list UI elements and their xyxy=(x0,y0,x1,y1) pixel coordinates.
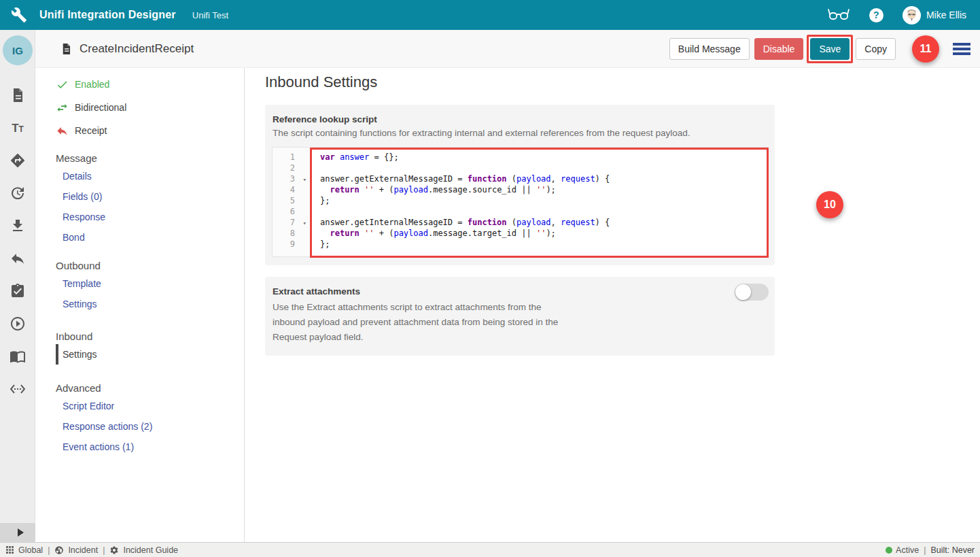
status-enabled: Enabled xyxy=(56,76,244,92)
nav-item-details[interactable]: Details xyxy=(56,166,244,186)
build-message-button[interactable]: Build Message xyxy=(669,38,750,60)
task-check-icon[interactable] xyxy=(0,275,35,307)
play-circle-icon[interactable] xyxy=(0,307,35,340)
nav-section-inbound: Inbound Settings xyxy=(56,328,244,365)
nav-section-message: Message Details Fields (0) Response Bond xyxy=(56,150,244,248)
help-icon[interactable]: ? xyxy=(869,8,883,22)
expand-arrow-icon xyxy=(18,528,24,537)
reference-panel-description: The script containing functions for extr… xyxy=(265,124,775,138)
nav-header-inbound: Inbound xyxy=(56,328,244,344)
save-annotation-box: Save xyxy=(807,35,853,63)
extract-panel-title: Extract attachments xyxy=(265,277,775,297)
nav-header-advanced: Advanced xyxy=(56,379,244,396)
code-editor-content[interactable]: var answer = {}; answer.getExternalMessa… xyxy=(311,148,767,256)
status-bidirectional: Bidirectional xyxy=(56,99,244,116)
extract-attachments-panel: Extract attachments Use the Extract atta… xyxy=(265,277,775,356)
user-name[interactable]: Mike Ellis xyxy=(926,10,966,20)
nav-section-outbound: Outbound Template Settings xyxy=(56,257,244,314)
directions-icon[interactable] xyxy=(0,144,35,177)
text-fields-icon[interactable]: TT xyxy=(0,112,35,144)
menu-icon[interactable] xyxy=(953,41,970,57)
app-title: Unifi Integration Designer xyxy=(39,9,176,21)
annotation-step-11: 11 xyxy=(912,35,939,63)
annotation-step-10: 10 xyxy=(816,191,843,218)
icon-rail: IG TT xyxy=(0,30,35,542)
copy-button[interactable]: Copy xyxy=(856,38,896,60)
nav-item-response-actions[interactable]: Response actions (2) xyxy=(56,416,244,437)
status-receipt: Receipt xyxy=(56,122,244,139)
user-avatar[interactable] xyxy=(903,6,921,24)
page-title: Inbound Settings xyxy=(265,73,377,91)
integration-avatar[interactable]: IG xyxy=(3,35,33,65)
extract-attachments-toggle[interactable] xyxy=(735,284,769,301)
code-icon[interactable] xyxy=(0,373,35,405)
check-icon xyxy=(56,78,69,91)
document-icon[interactable] xyxy=(0,79,35,112)
nav-item-response[interactable]: Response xyxy=(56,207,244,227)
reply-icon[interactable] xyxy=(0,242,35,275)
statusbar-global[interactable]: Global xyxy=(5,545,43,555)
status-bar: Global | Incident | Incident Guide Activ… xyxy=(0,542,980,557)
active-status-dot xyxy=(886,547,892,554)
main-content: Inbound Settings Reference lookup script… xyxy=(245,68,980,542)
extract-panel-description: Use the Extract attachments script to ex… xyxy=(265,297,775,345)
nav-section-advanced: Advanced Script Editor Response actions … xyxy=(56,379,244,457)
document-toolbar: CreateIncidentReceipt Build Message Disa… xyxy=(35,30,980,68)
nav-header-outbound: Outbound xyxy=(56,257,244,273)
code-editor-gutter: 123▾4567▾89 xyxy=(273,148,311,256)
built-status: Built: Never xyxy=(930,545,975,555)
nav-panel: Enabled Bidirectional Receipt Message De… xyxy=(35,68,245,542)
reference-lookup-panel: Reference lookup script The script conta… xyxy=(265,105,775,265)
nav-item-inbound-settings[interactable]: Settings xyxy=(56,344,244,365)
nav-item-outbound-settings[interactable]: Settings xyxy=(56,294,244,314)
reference-panel-title: Reference lookup script xyxy=(265,105,775,124)
code-editor[interactable]: 123▾4567▾89 var answer = {}; answer.getE… xyxy=(272,147,768,257)
statusbar-incident[interactable]: Incident xyxy=(54,545,98,555)
nav-item-template[interactable]: Template xyxy=(56,273,244,294)
workspace-name: Unifi Test xyxy=(192,10,228,20)
book-icon[interactable] xyxy=(0,340,35,373)
wrench-icon xyxy=(11,7,27,23)
toggle-knob xyxy=(735,284,751,300)
nav-header-message: Message xyxy=(56,150,244,166)
glasses-icon[interactable] xyxy=(827,6,850,24)
save-button[interactable]: Save xyxy=(810,38,850,60)
nav-item-bond[interactable]: Bond xyxy=(56,227,244,248)
swap-arrows-icon xyxy=(56,101,69,114)
document-title: CreateIncidentReceipt xyxy=(80,42,194,56)
statusbar-incident-guide[interactable]: Incident Guide xyxy=(109,545,178,555)
active-status-label: Active xyxy=(896,545,919,555)
download-icon[interactable] xyxy=(0,209,35,242)
sidebar-expand-button[interactable] xyxy=(0,523,35,542)
gear-icon xyxy=(109,545,119,555)
topbar: Unifi Integration Designer Unifi Test ? … xyxy=(0,0,980,30)
shutter-circle-icon xyxy=(54,545,64,555)
nav-item-script-editor[interactable]: Script Editor xyxy=(56,396,244,416)
nav-item-event-actions[interactable]: Event actions (1) xyxy=(56,437,244,457)
nav-item-fields[interactable]: Fields (0) xyxy=(56,186,244,207)
disable-button[interactable]: Disable xyxy=(754,38,804,60)
grid-icon xyxy=(5,545,14,554)
reply-red-icon xyxy=(56,124,69,137)
document-title-icon xyxy=(60,41,73,56)
update-icon[interactable] xyxy=(0,177,35,209)
